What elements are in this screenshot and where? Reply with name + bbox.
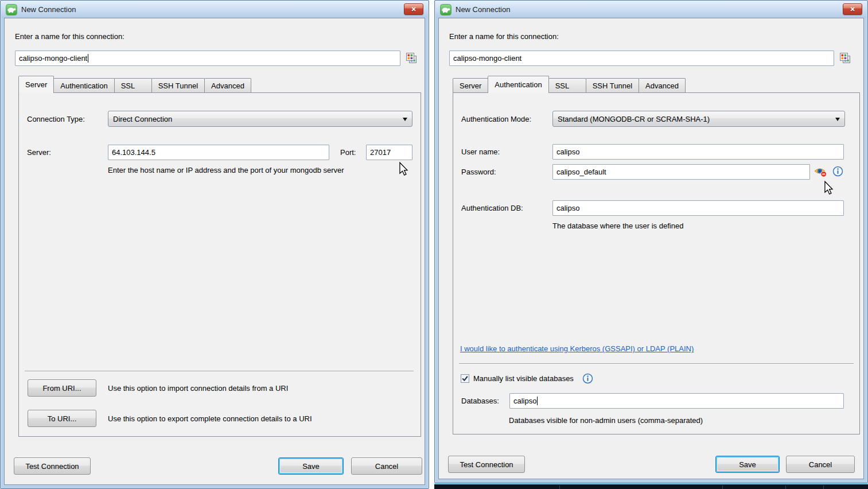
title-bar[interactable]: New Connection ✕ <box>1 1 428 18</box>
manual-list-info-icon[interactable] <box>582 373 593 384</box>
tab-server[interactable]: Server <box>18 76 54 93</box>
auth-db-label: Authentication DB: <box>461 204 523 213</box>
server-tab-panel: Connection Type: Direct Connection Serve… <box>18 92 421 437</box>
connection-color-picker-icon[interactable] <box>839 52 851 64</box>
connection-name-label: Enter a name for this connection: <box>449 32 559 41</box>
from-uri-help-text: Use this option to import connection det… <box>108 384 288 393</box>
dialog-body: Enter a name for this connection: calips… <box>438 18 864 479</box>
password-info-icon[interactable] <box>832 166 843 177</box>
server-help-text: Enter the host name or IP address and th… <box>108 166 344 174</box>
app-turtle-icon <box>6 4 17 15</box>
port-input[interactable]: 27017 <box>366 145 412 160</box>
test-connection-button[interactable]: Test Connection <box>14 457 91 475</box>
connection-name-label: Enter a name for this connection: <box>15 32 124 41</box>
databases-input[interactable]: calipso <box>509 393 844 409</box>
chevron-down-icon <box>403 118 407 123</box>
authentication-tab-panel: Authentication Mode: Standard (MONGODB-C… <box>453 92 860 434</box>
connection-name-input[interactable]: calipso-mongo-client <box>15 51 400 66</box>
tab-authentication[interactable]: Authentication <box>488 76 548 93</box>
title-bar[interactable]: New Connection ✕ <box>435 1 867 18</box>
username-label: User name: <box>461 148 500 157</box>
taskbar-sliver <box>434 483 868 489</box>
new-connection-dialog-server: New Connection ✕ Enter a name for this c… <box>0 0 429 489</box>
to-uri-button[interactable]: To URI... <box>28 410 96 427</box>
tab-advanced[interactable]: Advanced <box>639 78 686 92</box>
save-button[interactable]: Save <box>278 457 344 475</box>
close-button[interactable]: ✕ <box>843 3 862 15</box>
window-title: New Connection <box>21 5 76 14</box>
text-caret <box>88 54 88 63</box>
close-button[interactable]: ✕ <box>404 3 423 15</box>
tab-server[interactable]: Server <box>453 78 488 92</box>
separator <box>25 371 414 371</box>
manual-list-checkbox[interactable] <box>461 374 469 383</box>
kerberos-ldap-link[interactable]: I would like to authenticate using Kerbe… <box>460 344 694 353</box>
port-label: Port: <box>340 148 356 157</box>
tab-bar: Server Authentication SSL SSH Tunnel Adv… <box>453 76 685 93</box>
separator <box>459 363 854 364</box>
mouse-cursor <box>824 181 834 196</box>
close-icon: ✕ <box>850 6 855 13</box>
close-icon: ✕ <box>411 6 416 13</box>
to-uri-help-text: Use this option to export complete conne… <box>108 414 312 423</box>
databases-label: Databases: <box>461 397 499 406</box>
save-button[interactable]: Save <box>715 456 780 473</box>
manual-list-checkbox-row: Manually list visible databases <box>461 373 593 384</box>
auth-mode-select[interactable]: Standard (MONGODB-CR or SCRAM-SHA-1) <box>552 111 845 127</box>
tab-bar: Server Authentication SSL SSH Tunnel Adv… <box>18 76 251 93</box>
server-label: Server: <box>27 148 51 157</box>
connection-name-input[interactable]: calipso-mongo-client <box>449 51 834 66</box>
password-input[interactable]: calipso_default <box>552 164 810 180</box>
databases-help-text: Databases visible for non-admin users (c… <box>509 416 703 425</box>
auth-db-input[interactable]: calipso <box>552 200 844 216</box>
cancel-button[interactable]: Cancel <box>351 457 422 475</box>
app-turtle-icon <box>440 4 451 15</box>
tab-ssh-tunnel[interactable]: SSH Tunnel <box>586 78 639 92</box>
text-caret <box>537 397 538 405</box>
password-label: Password: <box>461 168 496 177</box>
manual-list-checkbox-label: Manually list visible databases <box>473 374 574 383</box>
chevron-down-icon <box>835 118 840 123</box>
window-title: New Connection <box>456 5 510 14</box>
auth-db-help-text: The database where the user is defined <box>552 222 683 230</box>
from-uri-button[interactable]: From URI... <box>28 379 96 397</box>
cancel-button[interactable]: Cancel <box>786 456 855 473</box>
hide-password-eye-icon[interactable] <box>813 165 828 178</box>
auth-mode-label: Authentication Mode: <box>461 115 531 124</box>
tab-ssh-tunnel[interactable]: SSH Tunnel <box>151 78 205 92</box>
tab-ssl[interactable]: SSL <box>548 78 586 92</box>
tab-ssl[interactable]: SSL <box>114 78 152 92</box>
username-input[interactable]: calipso <box>552 144 844 160</box>
connection-type-label: Connection Type: <box>27 115 85 124</box>
mouse-cursor <box>399 162 409 177</box>
dialog-body: Enter a name for this connection: calips… <box>4 18 425 485</box>
tab-advanced[interactable]: Advanced <box>204 78 251 92</box>
connection-color-picker-icon[interactable] <box>405 52 418 64</box>
new-connection-dialog-authentication: New Connection ✕ Enter a name for this c… <box>434 0 868 483</box>
tab-authentication[interactable]: Authentication <box>53 78 114 92</box>
test-connection-button[interactable]: Test Connection <box>448 456 525 473</box>
server-input[interactable]: 64.103.144.5 <box>108 145 329 160</box>
connection-type-select[interactable]: Direct Connection <box>108 111 412 127</box>
